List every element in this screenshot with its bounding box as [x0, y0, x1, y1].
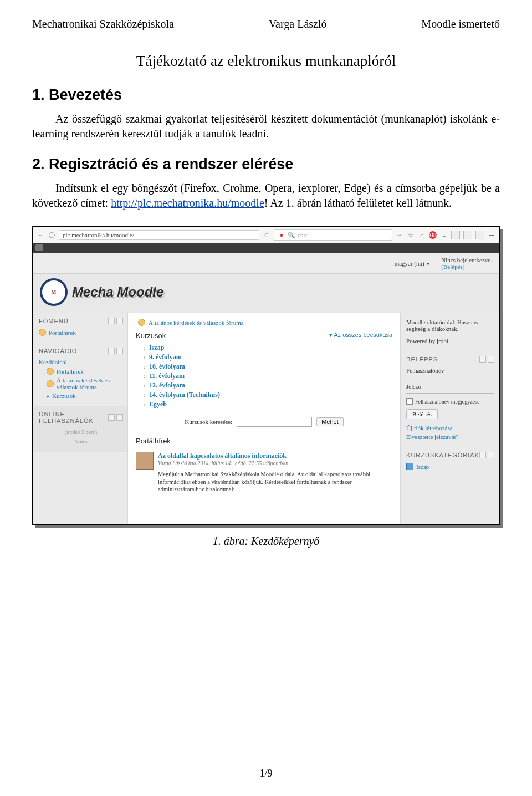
nav-item-label: Kezdőoldal	[39, 359, 67, 365]
block-dock-icon[interactable]	[488, 452, 494, 458]
header-right: Moodle ismertető	[421, 18, 500, 30]
fomenu-portalhirek-link[interactable]: Portálhírek	[39, 328, 123, 337]
news-meta: Varga László írta 2014. július 14., hétf…	[158, 460, 392, 466]
block-dock-icon[interactable]	[488, 356, 494, 363]
collapse-label: Az összes becsukása	[334, 331, 392, 338]
course-list: Iszap 9. évfolyam 10. évfolyam 11. évfol…	[136, 343, 392, 409]
block-collapse-icon[interactable]	[479, 356, 486, 363]
block-collapse-icon[interactable]	[479, 452, 486, 458]
fomenu-item-label: Portálhírek	[49, 329, 76, 336]
bubble-icon	[47, 368, 54, 375]
extension-3-icon[interactable]	[475, 231, 484, 239]
info-icon[interactable]: ⓘ	[48, 231, 55, 239]
forum-link-label: Általános kérdések és válaszok fóruma	[149, 319, 244, 326]
reload-icon[interactable]: C	[263, 231, 270, 239]
extension-1-icon[interactable]	[451, 231, 460, 239]
left-column: FŐMENÜ Portálhírek NAVIGÁCIÓ	[33, 313, 127, 524]
course-link[interactable]: 14. évfolyam (Technikus)	[144, 390, 392, 400]
forgot-password-link[interactable]: Elvesztette jelszavát?	[406, 432, 494, 441]
page-header: Mechatronikai Szakközépiskola Varga Lász…	[32, 18, 500, 30]
course-link[interactable]: 10. évfolyam	[144, 362, 392, 371]
block-login-title: BELÉPÉS	[406, 356, 438, 363]
back-icon[interactable]: ←	[37, 231, 44, 239]
section-2-text-post: ! Az 1. ábrán látható felületet kell lát…	[264, 197, 452, 209]
nav-kezdooldal-link[interactable]: Kezdőoldal	[39, 358, 123, 366]
document-title: Tájékoztató az elektronikus munkanaplóró…	[32, 53, 500, 70]
new-account-link[interactable]: Új fiók létrehozása	[406, 423, 494, 432]
figure-1: ← ⓘ plc.mechatronika.hu/moodle/ C ● 🔍 ch…	[32, 226, 500, 548]
bookmark-star-icon[interactable]: ☆	[407, 231, 415, 239]
bubble-icon	[138, 319, 145, 326]
portalhirek-heading: Portálhírek	[136, 437, 392, 445]
search-bar[interactable]: ● 🔍 chro	[274, 229, 392, 241]
news-body: Megújult a Mechatronikai Szakközépiskola…	[158, 471, 392, 493]
nav-arrow-icon[interactable]: →	[396, 231, 403, 239]
screenshot-frame: ← ⓘ plc.mechatronika.hu/moodle/ C ● 🔍 ch…	[32, 226, 500, 525]
login-username-input[interactable]	[406, 376, 494, 377]
downloads-icon[interactable]: ⇣	[440, 231, 448, 239]
category-label: Iszap	[416, 463, 429, 470]
browser-chrome: ← ⓘ plc.mechatronika.hu/moodle/ C ● 🔍 ch…	[33, 227, 499, 253]
block-collapse-icon[interactable]	[108, 318, 115, 324]
block-nav-title: NAVIGÁCIÓ	[39, 348, 77, 354]
login-password-input[interactable]	[406, 392, 494, 394]
remember-label: Felhasználónév megjegyzése	[415, 399, 479, 405]
moodle-topbar: magyar (hu) ▼ Nincs bejelentkezve. (Belé…	[33, 253, 499, 274]
nav-forum-link[interactable]: Általános kérdések és válaszok fóruma	[39, 376, 123, 391]
general-forum-link[interactable]: Általános kérdések és válaszok fóruma	[136, 319, 392, 326]
block-dock-icon[interactable]	[116, 414, 123, 421]
bookmark-bar	[33, 243, 499, 253]
book-icon	[406, 463, 413, 470]
figure-caption: 1. ábra: Kezdőképernyő	[32, 535, 500, 548]
block-online-title: ONLINE FELHASZNÁLÓK	[39, 411, 108, 424]
block-collapse-icon[interactable]	[108, 348, 115, 354]
collapse-caret-icon: ▾	[329, 331, 332, 338]
address-bar[interactable]: plc.mechatronika.hu/moodle/	[59, 230, 259, 240]
home-icon[interactable]: ⌂	[418, 231, 426, 239]
collapse-all-link[interactable]: ▾ Az összes becsukása	[329, 331, 392, 339]
extension-badge-icon[interactable]: ABP	[429, 231, 437, 239]
online-sub: (utolsó 5 perc)	[39, 427, 123, 437]
intro-line-2: Powered by jrobi.	[406, 336, 494, 345]
block-dock-icon[interactable]	[116, 348, 123, 354]
avatar-icon	[136, 452, 154, 470]
login-username-label: Felhasználónév	[406, 366, 494, 375]
course-link[interactable]: Iszap	[144, 343, 392, 353]
block-collapse-icon[interactable]	[108, 414, 115, 421]
nav-kurzusok-link[interactable]: ▸ Kurzusok	[39, 391, 123, 400]
category-iszap-link[interactable]: Iszap	[406, 462, 494, 471]
checkbox-icon	[406, 398, 413, 405]
course-link[interactable]: 9. évfolyam	[144, 353, 392, 362]
menu-icon[interactable]: ☰	[488, 231, 495, 239]
extension-2-icon[interactable]	[463, 231, 472, 239]
course-link[interactable]: 11. évfolyam	[144, 371, 392, 381]
nav-item-label: Általános kérdések és válaszok fóruma	[57, 377, 123, 390]
section-2-heading: 2. Regisztráció és a rendszer elérése	[32, 156, 500, 173]
nav-portalhirek-link[interactable]: Portálhírek	[39, 366, 123, 376]
moodle-banner: M Mecha Moodle	[33, 274, 499, 313]
login-link[interactable]: (Belépés)	[441, 263, 464, 270]
browser-actions: ☆ ⌂ ABP ⇣ ☰	[407, 231, 495, 239]
block-dock-icon[interactable]	[116, 318, 123, 324]
course-link[interactable]: Egyéb	[144, 400, 392, 409]
bookmark-item[interactable]	[35, 244, 43, 251]
kurzusok-heading-label: Kurzusok	[136, 331, 166, 340]
course-search: Kurzusok keresése: Mehet	[136, 417, 392, 427]
remember-checkbox[interactable]: Felhasználónév megjegyzése	[406, 398, 494, 405]
course-search-button[interactable]: Mehet	[316, 417, 344, 426]
browser-toolbar: ← ⓘ plc.mechatronika.hu/moodle/ C ● 🔍 ch…	[33, 227, 499, 243]
block-navigacio: NAVIGÁCIÓ Kezdőoldal Portálhírek Általán…	[33, 343, 127, 406]
moodle-url-link[interactable]: http://plc.mechatronika.hu/moodle	[111, 197, 264, 209]
not-logged-text: Nincs bejelentkezve.	[441, 257, 492, 263]
login-button[interactable]: Belépés	[406, 409, 438, 419]
course-search-input[interactable]	[237, 417, 312, 427]
news-title-link[interactable]: Az oldallal kapcsolatos általános inform…	[158, 452, 392, 460]
moodle-body: FŐMENÜ Portálhírek NAVIGÁCIÓ	[33, 313, 499, 524]
intro-line-1: Moodle oktatóoldal. Hasznos segítség a d…	[406, 318, 494, 333]
header-center: Varga László	[269, 18, 327, 30]
nav-item-label: Kurzusok	[52, 392, 76, 399]
language-selector[interactable]: magyar (hu) ▼	[395, 260, 431, 267]
page-number: 1/9	[0, 768, 532, 779]
course-link[interactable]: 12. évfolyam	[144, 381, 392, 390]
block-fomenu-title: FŐMENÜ	[39, 318, 69, 324]
